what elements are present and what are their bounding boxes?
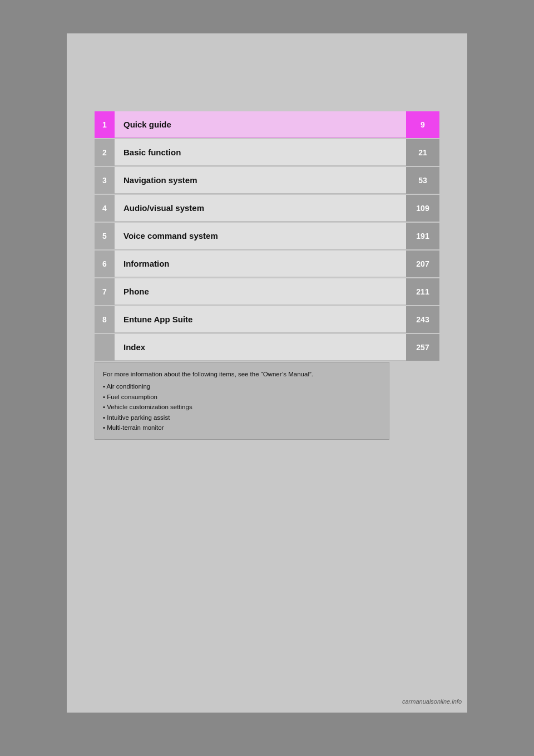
toc-page-8: 243 [406,306,439,333]
toc-row-7[interactable]: 7Phone211 [95,278,439,305]
info-item-5: Multi-terrain monitor [103,423,381,433]
toc-page-2: 21 [406,139,439,166]
toc-page-7: 211 [406,278,439,305]
toc-label-2: Basic function [115,139,406,166]
toc-row-9[interactable]: Index257 [95,334,439,361]
toc-container: 1Quick guide92Basic function213Navigatio… [95,111,439,362]
toc-number-3: 3 [95,167,115,194]
toc-label-5: Voice command system [115,223,406,249]
toc-number-8: 8 [95,306,115,333]
toc-page-3: 53 [406,167,439,194]
toc-label-9: Index [115,334,406,361]
toc-row-4[interactable]: 4Audio/visual system109 [95,195,439,222]
toc-number-6: 6 [95,251,115,277]
toc-row-5[interactable]: 5Voice command system191 [95,223,439,249]
toc-row-1[interactable]: 1Quick guide9 [95,111,439,138]
toc-row-2[interactable]: 2Basic function21 [95,139,439,166]
toc-number-7: 7 [95,278,115,305]
info-list: Air conditioningFuel consumptionVehicle … [103,381,381,433]
page: 1Quick guide92Basic function213Navigatio… [67,33,467,713]
toc-number-5: 5 [95,223,115,249]
toc-row-8[interactable]: 8Entune App Suite243 [95,306,439,333]
toc-label-8: Entune App Suite [115,306,406,333]
toc-label-6: Information [115,251,406,277]
info-item-3: Vehicle customization settings [103,402,381,412]
toc-label-1: Quick guide [115,111,406,138]
watermark: carmanualsonline.info [402,698,462,705]
toc-label-7: Phone [115,278,406,305]
toc-page-9: 257 [406,334,439,361]
toc-page-5: 191 [406,223,439,249]
toc-number-2: 2 [95,139,115,166]
info-item-4: Intuitive parking assist [103,413,381,423]
toc-row-6[interactable]: 6Information207 [95,251,439,277]
info-item-1: Air conditioning [103,381,381,391]
toc-number-9 [95,334,115,361]
info-item-2: Fuel consumption [103,392,381,402]
toc-label-3: Navigation system [115,167,406,194]
toc-number-4: 4 [95,195,115,222]
toc-page-6: 207 [406,251,439,277]
toc-row-3[interactable]: 3Navigation system53 [95,167,439,194]
info-title: For more information about the following… [103,369,381,379]
toc-page-4: 109 [406,195,439,222]
info-box: For more information about the following… [95,362,389,440]
toc-page-1: 9 [406,111,439,138]
toc-number-1: 1 [95,111,115,138]
toc-label-4: Audio/visual system [115,195,406,222]
